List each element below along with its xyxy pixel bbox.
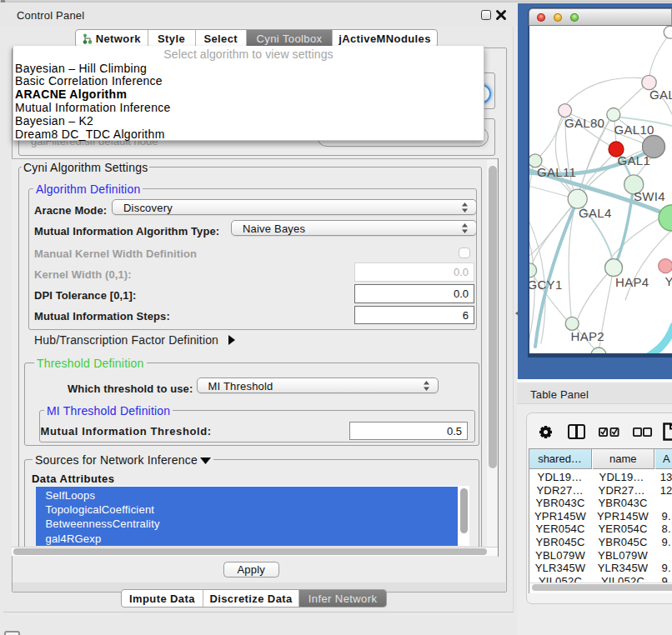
svg-text:GAL10: GAL10: [614, 122, 654, 137]
svg-text:GAL11: GAL11: [537, 165, 576, 179]
svg-text:GAL7: GAL7: [649, 88, 672, 102]
svg-text:SWI4: SWI4: [634, 189, 665, 203]
svg-text:GAL80: GAL80: [564, 116, 604, 130]
svg-text:HAP2: HAP2: [571, 329, 604, 343]
svg-text:GCY1: GCY1: [529, 278, 563, 292]
svg-text:GAL4: GAL4: [579, 206, 612, 220]
svg-text:YJ: YJ: [665, 274, 672, 288]
svg-text:HAP4: HAP4: [615, 275, 649, 289]
svg-text:GAL1: GAL1: [618, 153, 651, 168]
